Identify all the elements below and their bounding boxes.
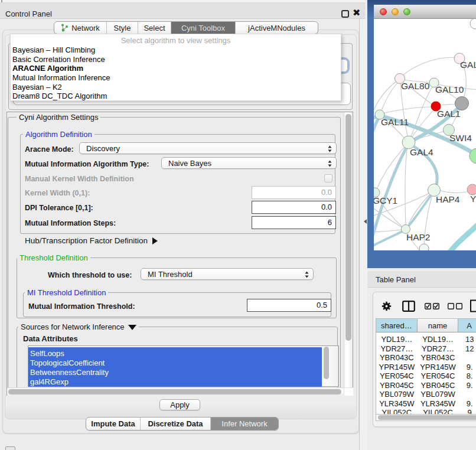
control-panel-tabs: NetworkStyleSelectCyni ToolboxjActiveMNo… [54,21,318,34]
split-columns-icon[interactable] [402,301,415,312]
table-cell: 9 [458,408,476,415]
tab-style[interactable]: Style [107,22,138,34]
aracne-mode-combo[interactable]: Discovery [79,142,337,154]
network-node-label: SWI4 [449,133,472,143]
manual-kernel-checkbox[interactable] [324,174,332,182]
close-traffic-light-icon[interactable] [380,8,387,15]
network-frame-titlebar[interactable] [374,5,476,19]
network-edge [441,191,471,193]
network-node-label: Y [470,194,476,204]
table-row[interactable]: YIL052CYIL052C9 [376,408,476,415]
dpi-tolerance-field[interactable]: 0.0 [252,201,336,214]
column-header-a[interactable]: A [458,319,476,332]
bottom-tab-discretize-data[interactable]: Discretize Data [141,418,211,430]
algorithm-option[interactable]: ARACNE Algorithm [12,64,339,73]
table-panel-title: Table Panel [376,275,416,284]
table-row[interactable]: YBR043CYBR043C [376,353,476,363]
mi-steps-field[interactable]: 6 [252,216,336,229]
table-row[interactable]: YLR345WYLR345W9. [376,399,476,409]
splitpane-collapse-arrow-icon[interactable] [364,219,367,224]
table-cell: 9. [458,381,476,390]
apply-button[interactable]: Apply [159,399,200,410]
settings-hscrollbar[interactable] [7,387,344,396]
data-attribute-item[interactable]: SelfLoops [28,349,322,358]
tab-select[interactable]: Select [138,22,171,34]
settings-vscrollbar[interactable] [344,112,353,387]
column-header-shared-[interactable]: shared… [376,319,418,332]
bottom-tab-infer-network[interactable]: Infer Network [211,418,278,430]
attr-list-scrollbar[interactable] [322,346,338,386]
network-node[interactable] [470,19,476,29]
table-row[interactable]: YER054CYER054C8. [376,371,476,381]
network-node[interactable] [419,244,429,250]
sources-title: Sources for Network Inference [21,322,125,331]
column-header-name[interactable]: name [418,319,459,332]
which-threshold-label: Which threshold to use: [48,271,132,279]
table-row[interactable]: YPR145WYPR145W9. [376,363,476,372]
settings-hscrollbar-thumb[interactable] [8,389,341,394]
table-cell: 9. [458,363,476,372]
mi-type-combo[interactable]: Naive Bayes [161,157,337,169]
splitpane-divider[interactable] [360,19,367,450]
app-strip-tick [1,0,2,2]
table-cell: YDL19… [418,335,459,344]
network-node-label: GCY1 [374,195,397,206]
data-attribute-item[interactable]: TopologicalCoefficient [28,358,322,368]
minimize-traffic-light-icon[interactable] [392,8,399,15]
document-icon[interactable] [470,299,476,312]
tab-cyni-toolbox[interactable]: Cyni Toolbox [171,22,236,34]
algorithm-option[interactable]: Basic Correlation Inference [12,55,339,64]
algorithm-option[interactable]: Bayesian – K2 [12,83,339,92]
network-edge [374,230,402,232]
tab-jactivemnodules[interactable]: jActiveMNodules [236,22,318,34]
table-cell: YBL079W [418,390,459,399]
table-cell: YIL052C [376,408,418,415]
kernel-width-field[interactable]: 0.0 [252,186,336,199]
table-cell: YBR045C [418,381,459,390]
table-hscrollbar-thumb[interactable] [378,415,476,420]
network-node-label: GAL2 [460,60,476,70]
float-window-icon[interactable] [341,10,349,18]
mi-threshold-field[interactable]: 0.5 [247,299,331,312]
table-row[interactable]: YBL079WYBL079W [376,390,476,399]
table-cell: YDR27… [376,344,418,354]
bottom-tab-impute-data[interactable]: Impute Data [86,418,141,430]
data-attribute-item[interactable]: gal4RGexp [28,377,322,387]
table-cell: YBR043C [418,353,459,363]
which-threshold-combo[interactable]: MI Threshold [141,268,314,280]
algorithm-option[interactable]: Bayesian – Hill Climbing [12,45,339,55]
network-canvas[interactable]: GAL2GAL80GAL10GAL1GAL11SWI4GAL4GCY1HAP4Y… [374,19,476,250]
hub-definition-label: Hub/Transcription Factor Definition [25,236,148,245]
algorithm-option[interactable]: Mutual Information Inference [12,73,339,83]
network-node-label: HAP2 [406,232,431,242]
checked-pair-icon[interactable] [425,303,439,309]
table-row[interactable]: YBR045CYBR045C9. [376,381,476,390]
zoom-traffic-light-icon[interactable] [403,8,410,15]
network-node-label: GAL10 [435,84,464,94]
mi-type-value: Naive Bayes [168,159,211,168]
network-node-label: HAP4 [436,194,460,204]
tab-network[interactable]: Network [54,22,107,34]
table-row[interactable]: YDR27…YDR27…12 [376,344,476,354]
settings-vscrollbar-thumb[interactable] [345,114,351,341]
network-tab-icon [61,24,69,32]
close-icon[interactable]: ✖ [353,7,360,18]
node-table[interactable]: shared…nameA YDL19…YDL19…13YDR27…YDR27…1… [376,318,476,415]
table-panel-titlebar: Table Panel [367,270,476,288]
algorithm-option[interactable]: Dream8 DC_TDC Algorithm [12,92,339,101]
network-edge [401,57,458,77]
network-node-label: GAL4 [410,147,433,157]
network-node-label: GAL80 [401,81,430,91]
collapsed-panel-icon[interactable] [5,446,15,450]
data-attribute-item[interactable]: BetweennessCentrality [28,368,322,377]
gear-icon[interactable] [382,301,392,311]
attr-list-scrollbar-thumb[interactable] [324,347,329,379]
unchecked-pair-icon[interactable] [448,303,462,309]
table-hscrollbar[interactable] [376,415,476,421]
hub-definition-toggle[interactable]: Hub/Transcription Factor Definition [25,236,158,245]
bottom-tab-label: Infer Network [221,419,267,428]
expanded-arrow-icon[interactable] [128,325,136,330]
data-attributes-list[interactable]: SelfLoopsTopologicalCoefficientBetweenne… [28,345,339,387]
table-cell: YER054C [376,371,418,381]
table-row[interactable]: YDL19…YDL19…13 [376,335,476,344]
